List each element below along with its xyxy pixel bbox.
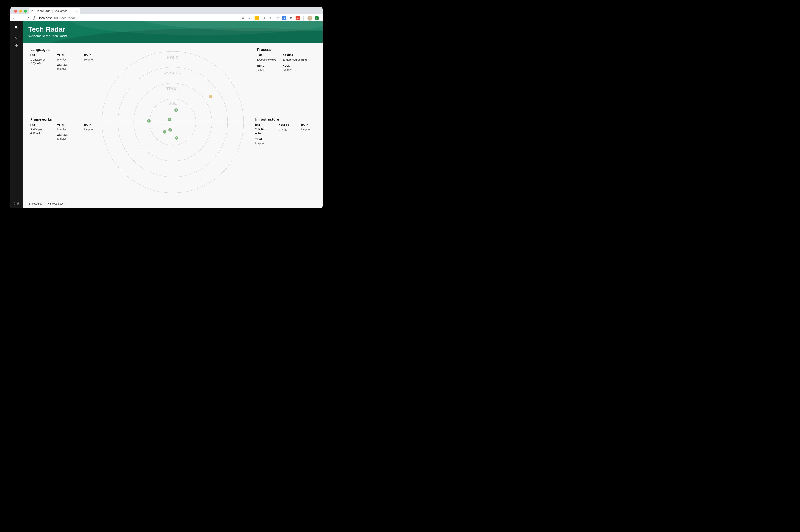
ext-braces[interactable]: {·} [261, 16, 266, 20]
section-head-hold: HOLD [301, 124, 318, 127]
sidebar-toggle[interactable] [14, 202, 19, 205]
tab-title: Tech Radar | Backstage [36, 9, 68, 13]
svg-text:5: 5 [176, 109, 177, 111]
star-icon[interactable]: ☆ [248, 16, 252, 20]
empty-label: (empty) [84, 128, 101, 131]
section-head-trial: TRIAL [257, 64, 276, 67]
quadrant-block-infrastructure: USE 7. GitHub Actions TRIAL (empty) ASSE… [255, 123, 318, 145]
tab-strip: B. Tech Radar | Backstage × + [10, 7, 322, 14]
ext-yellow[interactable]: ··· [255, 16, 259, 20]
update-available-icon[interactable]: ● [315, 16, 319, 20]
quadrant-block-frameworks: USE 3. Webpack4. React TRIAL (empty) ASS… [30, 123, 101, 140]
quadrant-title-languages: Languages [30, 48, 50, 52]
list-item[interactable]: 2. TypeScript [30, 61, 48, 65]
section-head-hold: HOLD [84, 124, 101, 127]
window-maximize-icon[interactable] [24, 10, 27, 13]
back-button[interactable]: ← [12, 16, 16, 20]
quadrant-block-process: USE 5. Code Reviews TRIAL (empty) ASSESS… [257, 53, 315, 71]
blip-2[interactable]: 2 [147, 119, 150, 122]
address-bar-row: ← → ⟳ i localhost:3000/tech-radar ⊕☆···{… [10, 14, 322, 21]
svg-text:6: 6 [210, 95, 211, 97]
window-minimize-icon[interactable] [19, 10, 22, 13]
section-head-assess: ASSESS [283, 54, 306, 57]
ext-red[interactable]: ■ [296, 16, 300, 20]
list-item[interactable]: 6. Mob Programming [283, 58, 306, 61]
section-head-hold: HOLD [283, 64, 306, 67]
ext-translate[interactable]: ⠿ [282, 16, 286, 20]
separator: │ [302, 16, 305, 20]
svg-text:4: 4 [170, 129, 171, 131]
profile-avatar[interactable] [308, 16, 312, 20]
browser-chrome: B. Tech Radar | Backstage × + ← → ⟳ i lo… [10, 7, 322, 21]
ext-mail[interactable]: ✉ [268, 16, 273, 20]
section-head-hold: HOLD [84, 54, 101, 57]
empty-label: (empty) [57, 128, 74, 131]
empty-label: (empty) [301, 128, 318, 131]
empty-label: (empty) [57, 58, 74, 61]
empty-label: (empty) [57, 68, 74, 70]
list-item[interactable]: 7. GitHub Actions [255, 128, 273, 135]
svg-text:1: 1 [169, 118, 170, 121]
legend-moved-down: ▼ moved down [47, 203, 64, 205]
svg-text:7: 7 [176, 137, 178, 139]
quadrant-title-frameworks: Frameworks [30, 117, 52, 121]
ring-label-assess: ASSESS [164, 71, 182, 75]
page-header: Tech Radar Welcome to the Tech Radar! [23, 21, 322, 43]
blip-7[interactable]: 7 [175, 136, 179, 140]
section-head-use: USE [255, 124, 273, 127]
zoom-icon[interactable]: ⊕ [241, 16, 245, 20]
legend-moved-up: ▲ moved up [29, 203, 42, 205]
blip-5[interactable]: 5 [174, 109, 178, 112]
blip-3[interactable]: 3 [163, 130, 166, 134]
window-close-icon[interactable] [14, 10, 17, 13]
empty-label: (empty) [57, 137, 74, 140]
svg-text:2: 2 [148, 120, 150, 122]
address-bar[interactable]: localhost:3000/tech-radar [39, 16, 75, 20]
section-head-assess: ASSESS [57, 134, 74, 136]
browser-window: B. Tech Radar | Backstage × + ← → ⟳ i lo… [10, 7, 322, 208]
list-item[interactable]: 4. React [30, 131, 48, 135]
section-head-use: USE [257, 54, 276, 57]
section-head-assess: ASSESS [57, 64, 74, 66]
forward-button[interactable]: → [19, 16, 23, 20]
ext-np[interactable]: NP [275, 16, 280, 20]
sidebar: B. ⌂☻ [10, 21, 23, 208]
list-item[interactable]: 3. Webpack [30, 128, 48, 131]
user-icon[interactable]: ☻ [15, 42, 19, 49]
radar-rings [99, 49, 246, 195]
section-head-use: USE [30, 124, 48, 127]
reload-button[interactable]: ⟳ [26, 16, 30, 20]
radar-chart: HOLD ASSESS TRIAL USE 1234567 [99, 49, 246, 196]
close-icon[interactable]: × [76, 9, 78, 13]
section-head-use: USE [30, 54, 48, 57]
list-item[interactable]: 1. JavaScript [30, 58, 48, 61]
list-item[interactable]: 5. Code Reviews [257, 58, 276, 61]
app-logo[interactable]: B. [14, 24, 19, 33]
empty-label: (empty) [283, 68, 306, 71]
ring-label-trial: TRIAL [166, 87, 179, 91]
extensions-row: ⊕☆···{·}✉NP⠿⊞■│● [241, 16, 321, 20]
blip-4[interactable]: 4 [168, 128, 172, 132]
quadrant-block-languages: USE 1. JavaScript2. TypeScript TRIAL (em… [30, 53, 101, 70]
empty-label: (empty) [279, 128, 296, 131]
quadrant-title-infrastructure: Infrastructure [255, 117, 279, 121]
browser-tab[interactable]: B. Tech Radar | Backstage × [29, 8, 80, 14]
new-tab-button[interactable]: + [80, 9, 87, 14]
blip-6[interactable]: 6 [209, 95, 212, 98]
section-head-trial: TRIAL [57, 124, 74, 127]
blip-1[interactable]: 1 [168, 118, 171, 121]
ext-grid[interactable]: ⊞ [289, 16, 293, 20]
legend: ▲ moved up ▼ moved down [29, 203, 64, 205]
url-path: :3000/tech-radar [52, 16, 75, 20]
page-title: Tech Radar [29, 25, 317, 33]
home-icon[interactable]: ⌂ [15, 35, 19, 42]
content-area: Tech Radar Welcome to the Tech Radar! La… [23, 21, 322, 208]
quadrant-title-process: Process [257, 48, 271, 52]
radar-area: Languages USE 1. JavaScript2. TypeScript… [23, 43, 322, 208]
section-head-trial: TRIAL [255, 138, 273, 141]
page-subtitle: Welcome to the Tech Radar! [29, 34, 317, 38]
empty-label: (empty) [255, 142, 273, 145]
site-info-icon[interactable]: i [33, 16, 36, 20]
section-head-trial: TRIAL [57, 54, 74, 57]
empty-label: (empty) [257, 68, 276, 71]
